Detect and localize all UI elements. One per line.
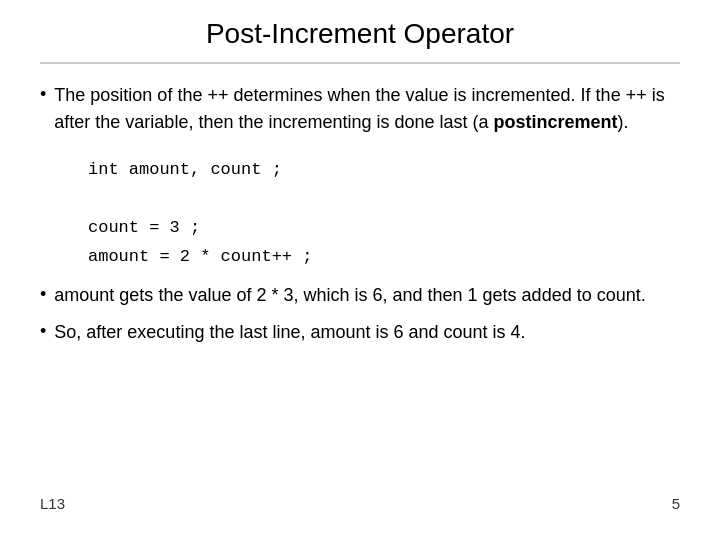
- bullet-3-dot: •: [40, 321, 46, 342]
- title-area: Post-Increment Operator: [40, 0, 680, 64]
- footer-left: L13: [40, 495, 65, 512]
- code-line-1: int amount, count ;: [88, 156, 680, 185]
- bullet-1-section: • The position of the ++ determines when…: [40, 82, 680, 136]
- slide-container: Post-Increment Operator • The position o…: [0, 0, 720, 540]
- bullet-2-section: • amount gets the value of 2 * 3, which …: [40, 282, 680, 309]
- code-line-3: count = 3 ;: [88, 214, 680, 243]
- code-block: int amount, count ; count = 3 ; amount =…: [88, 156, 680, 272]
- bullet-2-dot: •: [40, 284, 46, 305]
- code-line-2: [88, 185, 680, 214]
- content-area: • The position of the ++ determines when…: [40, 82, 680, 495]
- bullet-3-section: • So, after executing the last line, amo…: [40, 319, 680, 346]
- slide-title: Post-Increment Operator: [40, 18, 680, 50]
- bullet-2-text: amount gets the value of 2 * 3, which is…: [54, 282, 645, 309]
- code-line-4: amount = 2 * count++ ;: [88, 243, 680, 272]
- footer: L13 5: [40, 495, 680, 520]
- bullet-1-text-after: ).: [618, 112, 629, 132]
- bullet-1-text: The position of the ++ determines when t…: [54, 82, 680, 136]
- bullet-1-dot: •: [40, 84, 46, 105]
- bullet-3-text: So, after executing the last line, amoun…: [54, 319, 525, 346]
- footer-right: 5: [672, 495, 680, 512]
- bullet-1-bold: postincrement: [494, 112, 618, 132]
